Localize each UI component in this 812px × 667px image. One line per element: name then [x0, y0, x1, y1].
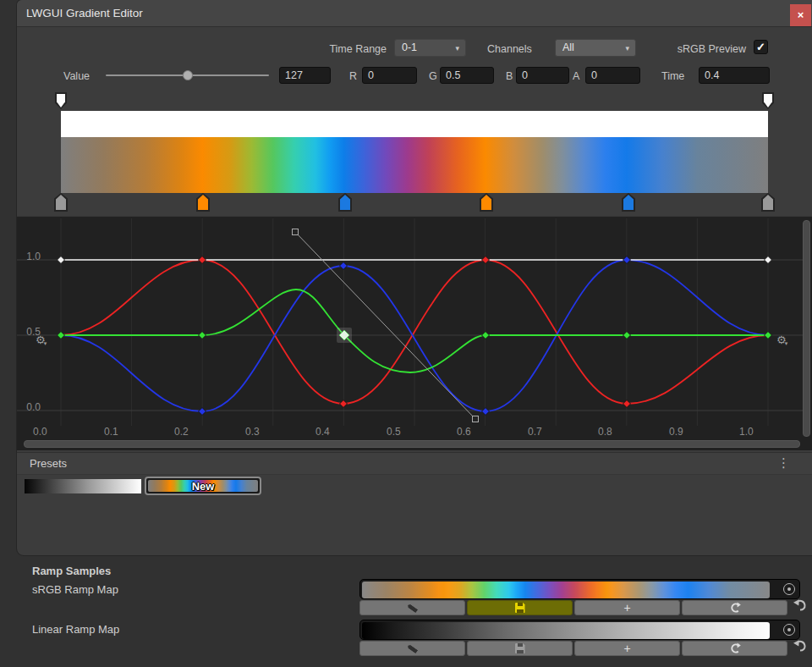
- chevron-down-icon: ▾: [625, 41, 629, 57]
- color-stop-0[interactable]: [54, 193, 68, 212]
- color-stop-fill: [763, 195, 773, 210]
- a-field[interactable]: 0: [585, 67, 640, 84]
- alpha-handle-fill: [764, 94, 772, 107]
- save-icon: [515, 643, 525, 653]
- value-label: Value: [63, 68, 90, 85]
- x-tick-8: 0.8: [598, 426, 618, 438]
- refresh-icon: [729, 642, 741, 654]
- x-tick-2: 0.2: [174, 426, 195, 438]
- r-field[interactable]: 0: [362, 67, 417, 84]
- linear-ramp-gradient: [362, 622, 770, 639]
- color-stop-fill: [340, 195, 350, 210]
- presets-title: Presets: [30, 455, 67, 472]
- value-field[interactable]: 127: [279, 67, 331, 84]
- color-stop-fill: [56, 195, 66, 210]
- g-field[interactable]: 0.5: [440, 67, 494, 84]
- undo-icon: [793, 598, 808, 611]
- x-tick-5: 0.5: [387, 426, 407, 438]
- time-label: Time: [661, 68, 684, 85]
- alpha-handle-fill: [57, 94, 65, 107]
- window-title: LWGUI Gradient Editor: [26, 7, 143, 19]
- channels-label: Channels: [487, 41, 532, 58]
- preset-swatch-blackwhite[interactable]: [25, 479, 141, 493]
- presets-header: Presets ⋮: [17, 452, 812, 475]
- plus-icon: +: [623, 602, 630, 614]
- horizontal-scrollbar[interactable]: [24, 440, 800, 448]
- check-icon: ✓: [756, 41, 765, 53]
- color-stop-3[interactable]: [480, 193, 493, 212]
- value-slider-thumb[interactable]: [183, 70, 193, 80]
- x-tick-7: 0.7: [528, 426, 548, 438]
- pencil-icon: [407, 603, 419, 613]
- srgb-add-button[interactable]: +: [574, 600, 680, 615]
- save-icon: [515, 603, 525, 613]
- x-tick-0: 0.0: [33, 426, 53, 438]
- linear-edit-button[interactable]: [359, 641, 465, 656]
- linear-ramp-preview[interactable]: [359, 620, 800, 640]
- x-tick-6: 0.6: [457, 426, 477, 438]
- srgb-edit-button[interactable]: [359, 600, 465, 615]
- srgb-save-button[interactable]: [467, 600, 573, 615]
- x-tick-4: 0.4: [315, 426, 336, 438]
- srgb-preview-checkbox[interactable]: ✓: [754, 40, 768, 54]
- channels-value: All: [562, 41, 574, 53]
- gradient-editor-window: LWGUI Gradient Editor × Time Range 0-1 ▾…: [17, 0, 812, 555]
- srgb-preview-label: sRGB Preview: [655, 41, 746, 58]
- linear-add-button[interactable]: +: [574, 641, 680, 656]
- curve-editor[interactable]: 1.0 0.5 0.0 0.0 0.1 0.2 0.3 0.4 0.5 0.6 …: [17, 216, 812, 450]
- channels-dropdown[interactable]: All ▾: [555, 39, 636, 57]
- color-stop-fill: [198, 195, 208, 210]
- srgb-ramp-gradient: [362, 582, 770, 598]
- plus-icon: +: [623, 642, 630, 654]
- srgb-undo-button[interactable]: [793, 598, 810, 614]
- chevron-down-icon: ▾: [455, 41, 459, 57]
- pencil-icon: [407, 643, 419, 653]
- y-tick-1.0: 1.0: [24, 251, 41, 262]
- linear-save-button[interactable]: [467, 641, 573, 656]
- g-label: G: [429, 68, 437, 85]
- vertical-scrollbar[interactable]: [803, 220, 810, 437]
- time-range-value: 0-1: [402, 41, 417, 53]
- a-label: A: [573, 68, 579, 85]
- grid-lines: [17, 218, 809, 426]
- srgb-ramp-preview[interactable]: [359, 579, 800, 599]
- color-stop-4[interactable]: [622, 193, 635, 212]
- color-stop-5[interactable]: [761, 193, 775, 212]
- alpha-preview-bar[interactable]: [61, 111, 768, 137]
- curve-plot[interactable]: [17, 217, 812, 451]
- x-tick-1: 0.1: [104, 426, 124, 438]
- srgb-ramp-label: sRGB Ramp Map: [32, 583, 118, 596]
- r-label: R: [349, 68, 357, 85]
- ramp-samples-title: Ramp Samples: [32, 565, 111, 577]
- x-tick-9: 0.9: [669, 426, 689, 438]
- x-tick-3: 0.3: [245, 426, 266, 438]
- color-stop-fill: [481, 195, 491, 210]
- x-tick-10: 1.0: [739, 426, 760, 438]
- linear-ramp-label: Linear Ramp Map: [32, 623, 119, 636]
- b-label: B: [506, 68, 513, 85]
- refresh-icon: [729, 602, 741, 614]
- close-button[interactable]: ×: [790, 4, 811, 26]
- curve-settings-right-gear-icon[interactable]: ⚙▾: [776, 334, 789, 346]
- alpha-handle-end[interactable]: [762, 92, 774, 109]
- presets-menu-icon[interactable]: ⋮: [777, 455, 790, 471]
- titlebar: LWGUI Gradient Editor ×: [17, 0, 812, 27]
- preset-name: New: [146, 478, 260, 495]
- b-field[interactable]: 0: [516, 67, 569, 84]
- object-picker-icon[interactable]: [783, 583, 795, 595]
- curve-settings-left-gear-icon[interactable]: ⚙▾: [36, 334, 48, 346]
- alpha-handle-start[interactable]: [55, 92, 67, 109]
- time-range-label: Time Range: [288, 41, 387, 58]
- color-stop-2[interactable]: [338, 193, 352, 212]
- gradient-preview-bar[interactable]: [61, 137, 768, 193]
- linear-undo-button[interactable]: [793, 639, 810, 654]
- time-range-dropdown[interactable]: 0-1 ▾: [394, 39, 466, 57]
- object-picker-icon[interactable]: [783, 624, 795, 636]
- color-stop-fill: [623, 195, 634, 210]
- srgb-refresh-button[interactable]: [682, 600, 787, 615]
- preset-swatch-new[interactable]: New: [145, 477, 261, 495]
- linear-refresh-button[interactable]: [682, 641, 787, 656]
- color-stop-1[interactable]: [196, 193, 210, 212]
- undo-icon: [793, 639, 808, 652]
- time-field[interactable]: 0.4: [699, 67, 770, 84]
